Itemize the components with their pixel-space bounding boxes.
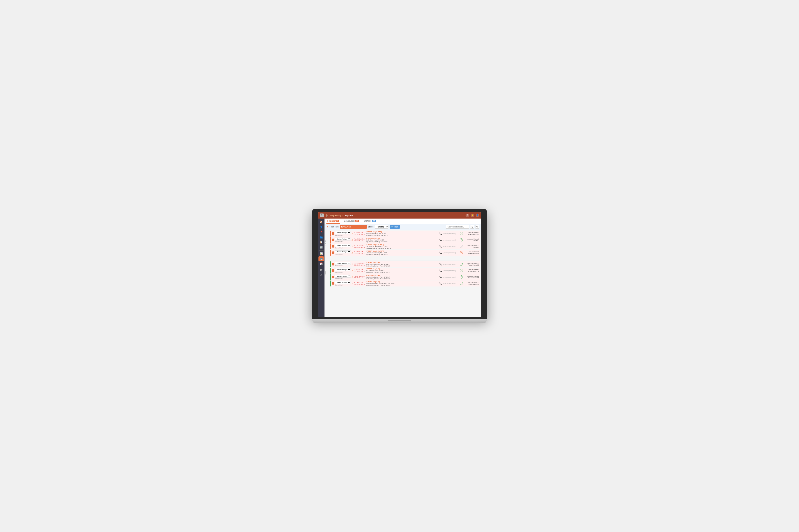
trip-check[interactable]: ○ bbox=[460, 245, 463, 248]
search-results-input[interactable] bbox=[446, 225, 469, 229]
settings-icon-btn[interactable]: ⚙ bbox=[475, 225, 479, 229]
filter-date-input[interactable] bbox=[340, 225, 367, 229]
tab-willcall-label: WillCall: bbox=[364, 220, 371, 222]
sidebar-item-bus[interactable]: 🚌 bbox=[319, 256, 324, 261]
sidebar-item-phone[interactable]: ☎ bbox=[319, 268, 324, 272]
trip-id[interactable]: 4479689 - Leg 1 (B) bbox=[366, 238, 438, 239]
expand-arrow[interactable]: › bbox=[332, 276, 334, 278]
assignment-select[interactable]: [Select Assignment] bbox=[335, 231, 351, 234]
trip-id[interactable]: 4479842 - Leg 1 (A, NHT) bbox=[366, 244, 438, 246]
trip-assign-column: [Select Assignment] Scheduled bbox=[335, 262, 351, 267]
pickup-time: PU: 7:17 AM ▲ bbox=[354, 245, 365, 246]
sidebar-item-reports[interactable]: 📊 bbox=[319, 251, 324, 256]
bell-icon[interactable]: 🔔 bbox=[471, 214, 474, 217]
filter-button[interactable]: 🔍 Filter bbox=[389, 225, 400, 229]
expand-arrow[interactable]: › bbox=[332, 245, 334, 248]
expand-arrow[interactable]: › bbox=[332, 282, 334, 285]
tab-trips[interactable]: # Trips: 38 bbox=[326, 218, 340, 224]
assignment-select[interactable]: [Select Assignment] bbox=[335, 268, 351, 271]
trip-account: Account District1 Route -- bbox=[464, 238, 479, 242]
trip-check[interactable]: ⟳ bbox=[460, 251, 463, 254]
phone-icon[interactable]: 📞 bbox=[439, 245, 443, 248]
trip-check[interactable]: ✓ bbox=[460, 282, 463, 285]
trip-id[interactable]: 4478035 - Leg 1 (B) bbox=[366, 262, 438, 263]
screen-bezel: S 🏠 › Dispatching › Dispatch ? 🔔 👤 🏠 bbox=[312, 209, 487, 319]
tab-willcall[interactable]: WillCall: 11 bbox=[363, 218, 377, 224]
dispatch-note: (no dispatch note) bbox=[443, 276, 459, 278]
columns-icon-btn[interactable]: ⊞ bbox=[470, 225, 474, 229]
trip-check[interactable]: ✓ bbox=[460, 263, 463, 266]
phone-icon[interactable]: 📞 bbox=[439, 232, 443, 235]
table-row: › [Select Assignment] Scheduled ⚠ bbox=[330, 268, 480, 274]
trip-address2: Bayview Rd, Hamburg, NY 14075 bbox=[366, 234, 438, 236]
dispatch-area[interactable]: 7:00 AM › [Select Assignment] bbox=[325, 230, 481, 317]
trip-id[interactable]: 4478307 - Leg 1 (STR) bbox=[366, 231, 438, 233]
table-row: › [Select Assignment] Scheduled ⚠ bbox=[330, 231, 480, 236]
tab-scheduled[interactable]: Scheduled: 29 bbox=[343, 218, 360, 224]
sidebar-item-users[interactable]: 👥 bbox=[319, 235, 324, 240]
expand-arrow[interactable]: › bbox=[332, 269, 334, 272]
trip-check[interactable]: ✓ bbox=[460, 276, 463, 279]
sidebar-item-calendar[interactable]: 📅 bbox=[319, 262, 324, 266]
dropoff-time: DO: 8:55 AM ▲ bbox=[354, 264, 365, 266]
trip-status: Scheduled bbox=[335, 253, 345, 255]
sidebar-item-settings[interactable]: ⚙ bbox=[319, 273, 324, 278]
trip-check[interactable]: ✓ bbox=[460, 232, 463, 235]
table-row: › [Select Assignment] Scheduled ⚠ bbox=[330, 274, 480, 280]
warning-icon: ⚠ bbox=[351, 245, 353, 247]
status-select[interactable]: Pending bbox=[375, 225, 388, 229]
dispatch-note: (no dispatch note) bbox=[443, 239, 459, 241]
sidebar-item-location[interactable]: 📍 bbox=[319, 230, 324, 234]
sidebar-item-home[interactable]: 🏠 bbox=[319, 220, 324, 224]
trip-id[interactable]: 4479207 - Leg 1 (A) bbox=[366, 268, 438, 270]
sidebar-item-clipboard[interactable]: 📋 bbox=[319, 240, 324, 245]
trip-id[interactable]: 4478287 - Leg 1 (A, NHT) bbox=[366, 250, 438, 252]
trip-check[interactable]: ✓ bbox=[460, 269, 463, 272]
sidebar-item-people[interactable]: 👤 bbox=[319, 225, 324, 229]
trip-info: 4478035 - Leg 1 (B) Butternut Ct, Orchar… bbox=[366, 262, 438, 267]
trip-id[interactable]: 4478851 - Leg 1 (A) bbox=[366, 281, 438, 283]
trip-status: Scheduled bbox=[335, 265, 345, 267]
table-row: › [Select Assignment] Scheduled ⚠ bbox=[330, 281, 480, 286]
phone-icon[interactable]: 📞 bbox=[439, 263, 443, 266]
assignment-select[interactable]: [Select Assignment] bbox=[335, 281, 351, 284]
filter-icon: ▼ bbox=[326, 226, 328, 228]
trip-address2: Sheldon Rd, Orchard Park, NY 14127 bbox=[366, 265, 438, 267]
header-icons: ? 🔔 👤 bbox=[466, 214, 479, 217]
trip-check[interactable]: ✓ bbox=[460, 238, 463, 242]
help-icon[interactable]: ? bbox=[466, 214, 469, 217]
trip-times: PU: 8:42 AM ▲ DO: 9:00 AM ▲ bbox=[354, 275, 365, 279]
phone-icon[interactable]: 📞 bbox=[439, 269, 443, 272]
assignment-select[interactable]: [Select Assignment] bbox=[335, 250, 351, 253]
phone-icon[interactable]: 📞 bbox=[439, 239, 443, 241]
trip-address1: Webster Rd, Orchard Park, NY 14127 bbox=[366, 276, 438, 278]
assignment-select[interactable]: [Select Assignment] bbox=[335, 262, 351, 265]
user-icon[interactable]: 👤 bbox=[476, 214, 479, 217]
breadcrumb-dispatching[interactable]: Dispatching bbox=[330, 214, 341, 216]
breadcrumb-home[interactable]: 🏠 bbox=[325, 214, 328, 216]
laptop-screen: S 🏠 › Dispatching › Dispatch ? 🔔 👤 🏠 bbox=[318, 212, 481, 317]
tab-willcall-badge: 11 bbox=[372, 220, 376, 222]
assignment-select[interactable]: [Select Assignment] bbox=[335, 244, 351, 247]
sidebar-item-building[interactable]: 🏢 bbox=[319, 245, 324, 250]
app-header: S 🏠 › Dispatching › Dispatch ? 🔔 👤 bbox=[318, 212, 481, 218]
trip-address2: Sheldon Rd, Orchard Park, NY 14127 bbox=[366, 271, 438, 273]
trip-times: PU: 8:36 AM ▲ DO: 8:55 AM ▲ bbox=[354, 262, 365, 266]
trip-assign-column: [Select Assignment] Scheduled bbox=[335, 281, 351, 286]
phone-icon[interactable]: 📞 bbox=[439, 276, 443, 278]
expand-arrow[interactable]: › bbox=[332, 239, 334, 241]
trip-assign-column: [Select Assignment] Scheduled bbox=[335, 244, 351, 249]
trip-id[interactable]: 4478581 - Leg 1 (A) bbox=[366, 274, 438, 276]
time-label-7am: 7:00 AM bbox=[325, 230, 330, 256]
assignment-select[interactable]: [Select Assignment] bbox=[335, 238, 351, 241]
laptop-base bbox=[312, 319, 487, 323]
phone-icon[interactable]: 📞 bbox=[439, 282, 443, 285]
trip-account: Account District1 Route District1E bbox=[464, 262, 479, 266]
phone-icon[interactable]: 📞 bbox=[439, 251, 443, 254]
warning-icon: ⚠ bbox=[351, 282, 353, 285]
expand-arrow[interactable]: › bbox=[332, 232, 334, 235]
expand-arrow[interactable]: › bbox=[332, 251, 334, 254]
assignment-select[interactable]: [Select Assignment] bbox=[335, 274, 351, 278]
expand-arrow[interactable]: › bbox=[332, 263, 334, 266]
trip-address1: Run, Orchard Park, NY 14127 bbox=[366, 270, 438, 271]
